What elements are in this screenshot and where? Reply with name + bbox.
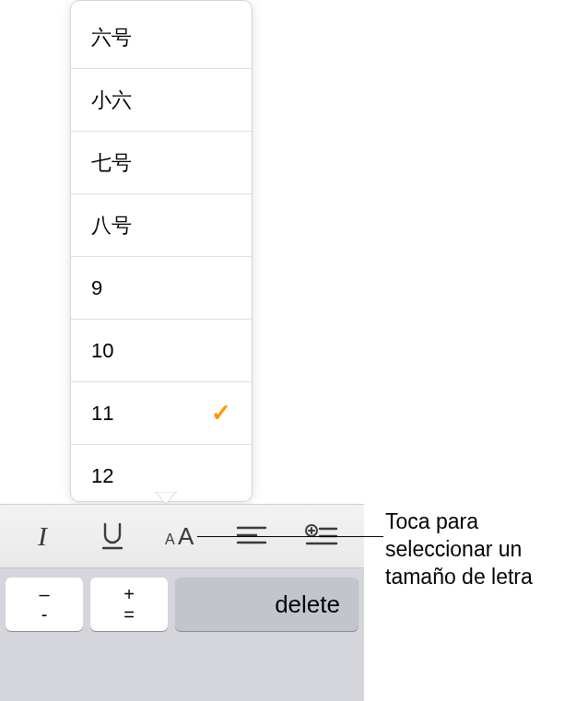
- keyboard-row: – - + = delete: [0, 568, 364, 701]
- font-size-popover: 六号 小六 七号 八号 9 10 11 ✓ 12: [70, 0, 253, 502]
- svg-text:A: A: [178, 522, 194, 550]
- delete-key[interactable]: delete: [175, 578, 359, 631]
- option-label: 六号: [91, 24, 132, 52]
- option-label: 七号: [91, 149, 132, 177]
- font-size-option[interactable]: 七号: [71, 132, 252, 194]
- key-label-bottom: -: [41, 605, 48, 624]
- option-label: 11: [91, 402, 113, 426]
- font-size-option[interactable]: 六号: [71, 6, 252, 69]
- font-size-option[interactable]: 小六: [71, 69, 252, 132]
- underline-button[interactable]: [85, 514, 140, 558]
- font-size-option-selected[interactable]: 11 ✓: [71, 382, 252, 445]
- callout-leader-line: [197, 536, 383, 537]
- minus-key[interactable]: – -: [6, 578, 83, 631]
- popover-tail-icon: [155, 492, 177, 505]
- option-label: 八号: [91, 212, 132, 240]
- key-label: delete: [275, 590, 340, 619]
- font-size-icon: A A: [161, 522, 202, 550]
- italic-icon: I: [38, 520, 47, 552]
- key-label-top: +: [123, 585, 135, 603]
- font-size-list: 六号 小六 七号 八号 9 10 11 ✓ 12: [71, 1, 252, 502]
- callout-text: Toca para seleccionar un tamaño de letra: [385, 508, 579, 591]
- key-label-bottom: =: [123, 605, 135, 624]
- key-label-top: –: [39, 585, 49, 603]
- option-label: 9: [91, 276, 102, 300]
- font-size-option[interactable]: 9: [71, 257, 252, 320]
- option-label: 小六: [91, 87, 132, 114]
- checkmark-icon: ✓: [211, 399, 231, 427]
- underline-icon: [99, 521, 126, 551]
- plus-key[interactable]: + =: [90, 578, 168, 631]
- font-size-option[interactable]: 八号: [71, 194, 252, 257]
- option-label: 12: [91, 464, 113, 488]
- font-size-option[interactable]: 10: [71, 320, 252, 382]
- option-label: 10: [91, 339, 113, 363]
- italic-button[interactable]: I: [15, 514, 70, 558]
- svg-text:A: A: [165, 532, 175, 547]
